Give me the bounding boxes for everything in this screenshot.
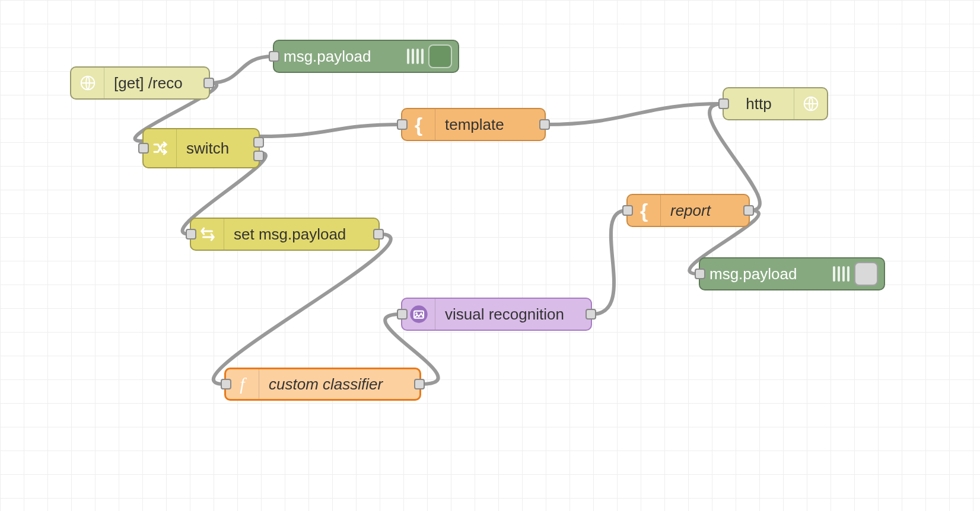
svg-point-2 — [410, 305, 427, 322]
node-switch[interactable]: switch — [142, 128, 260, 168]
node-debug-top[interactable]: msg.payload — [273, 40, 459, 73]
port-out[interactable] — [743, 205, 754, 216]
node-label: report — [661, 202, 720, 220]
node-label: [get] /reco — [104, 74, 192, 92]
node-http-in[interactable]: [get] /reco — [70, 66, 210, 100]
port-out[interactable] — [203, 78, 214, 88]
debug-gadget — [833, 262, 884, 286]
node-http-out[interactable]: http — [723, 87, 828, 120]
port-out[interactable] — [373, 229, 384, 239]
debug-gadget — [407, 44, 458, 68]
port-in[interactable] — [221, 379, 231, 389]
node-label: switch — [177, 139, 238, 158]
node-custom-classifier[interactable]: f custom classifier — [224, 368, 421, 401]
node-label: visual recognition — [435, 305, 574, 324]
globe-icon — [794, 88, 827, 119]
globe-icon — [71, 68, 104, 98]
node-change[interactable]: set msg.payload — [190, 218, 380, 251]
node-template[interactable]: { template — [401, 108, 546, 141]
port-in[interactable] — [397, 119, 408, 130]
port-in[interactable] — [718, 98, 729, 109]
node-label: custom classifier — [259, 375, 392, 394]
debug-toggle[interactable] — [428, 44, 452, 68]
node-label: template — [435, 116, 514, 134]
node-label: http — [724, 95, 794, 113]
node-debug-bottom[interactable]: msg.payload — [699, 257, 885, 290]
debug-toggle[interactable] — [854, 262, 878, 286]
port-in[interactable] — [186, 229, 196, 239]
node-label: msg.payload — [700, 265, 806, 283]
node-label: set msg.payload — [224, 225, 355, 244]
port-out-2[interactable] — [253, 151, 264, 161]
port-in[interactable] — [622, 205, 633, 216]
port-out[interactable] — [414, 379, 425, 389]
node-report[interactable]: { report — [626, 194, 750, 227]
node-label: msg.payload — [274, 47, 380, 66]
port-in[interactable] — [397, 309, 408, 320]
node-visual-recognition[interactable]: visual recognition — [401, 298, 592, 331]
port-in[interactable] — [269, 51, 279, 62]
port-out[interactable] — [539, 119, 550, 130]
port-in[interactable] — [695, 269, 705, 279]
port-out-1[interactable] — [253, 137, 264, 148]
bars-icon — [407, 49, 424, 64]
bars-icon — [833, 266, 849, 282]
port-in[interactable] — [138, 143, 149, 154]
port-out[interactable] — [586, 309, 596, 320]
